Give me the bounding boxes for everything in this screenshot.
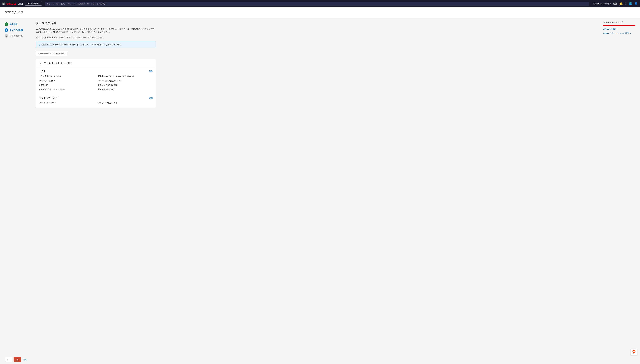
cloud-logo-text: Cloud xyxy=(18,2,23,5)
main-content: クラスタの定義 SDDCで最大6個のvSphereクラスタを定義します。クラスタ… xyxy=(36,21,598,352)
globe-icon[interactable]: 🌐 xyxy=(629,2,632,5)
cluster-name: クラスタ1: Cluster-TEST xyxy=(44,62,72,65)
field-value-vcn: tech1-1-vcn01 xyxy=(44,102,56,104)
field-label-availability-domain: 可用性ドメイン: xyxy=(98,75,112,78)
step-sidebar: ✓ 基本情報 2 クラスタの定義 3 確認および作成 xyxy=(5,21,31,352)
host-edit-link[interactable]: 編集 xyxy=(149,70,153,72)
field-esxi-prefix: ESXiホストの接頭辞: TEST xyxy=(98,80,153,82)
field-core-count: コア数: 52 xyxy=(39,84,94,86)
step-label-1[interactable]: 基本情報 xyxy=(10,23,17,26)
field-value-capacity-reservation: 使用不可 xyxy=(107,88,114,90)
search-container xyxy=(45,2,589,6)
help-panel-title: Oracle Cloudヘルプ xyxy=(603,21,635,26)
add-workload-cluster-button[interactable]: ワークロード・クラスタの追加 xyxy=(36,51,68,56)
step-item-3: 3 確認および作成 xyxy=(5,33,31,39)
section-title: クラスタの定義 xyxy=(36,21,598,25)
page-body: ✓ 基本情報 2 クラスタの定義 3 確認および作成 クラスタの定義 SDDCで… xyxy=(0,18,640,355)
step-item-2[interactable]: 2 クラスタの定義 xyxy=(5,27,31,33)
field-availability-domain: 可用性ドメイン: CYkP:AP-TOKYO-1-AD-1 xyxy=(98,75,153,78)
region-selector[interactable]: Japan East (Tokyo) ∨ xyxy=(593,3,611,5)
cloud-classic-button[interactable]: Cloud Classic › xyxy=(25,2,42,6)
field-label-capacity-reservation: 容量予約: xyxy=(98,88,107,90)
external-link-icon-1: ↗ xyxy=(617,28,618,30)
field-label-capacity-type: 容量タイプ: xyxy=(39,88,50,90)
field-nat-gateway: NATゲートウェイ: NO xyxy=(98,102,153,104)
field-esxi-count: ESXiホストの数: 1 xyxy=(39,80,94,82)
field-value-core-count: 52 xyxy=(46,84,48,86)
banner-text: 管理クラスタで単一ホストSDDCが選択されているため、これ以上クラスタを定義でき… xyxy=(41,43,123,46)
field-vcn: VCN: tech1-1-vcn01 xyxy=(39,102,94,104)
step-circle-3: 3 xyxy=(5,34,8,38)
field-cluster-name: クラスタ名: Cluster-TEST xyxy=(39,75,94,78)
field-capacity-type: 容量タイプ: オンデマンド容量 xyxy=(39,88,94,91)
field-label-esxi-count: ESXiホストの数: xyxy=(39,80,54,82)
help-link-vmware-overview-label: VMwareの概要 xyxy=(603,28,616,30)
prev-button[interactable]: 前 xyxy=(5,357,12,362)
host-section-title: ホスト xyxy=(39,70,46,73)
network-section-header: ネットワーキング 編集 xyxy=(39,96,153,100)
field-value-protection-instance: 無効 xyxy=(114,84,118,86)
oracle-cloud-logo: ORACLE Cloud xyxy=(7,2,23,5)
host-fields-grid: クラスタ名: Cluster-TEST 可用性ドメイン: CYkP:AP-TOK… xyxy=(39,75,153,91)
cancel-link[interactable]: 取消 xyxy=(23,358,27,361)
floating-help-dots: ⠿ xyxy=(633,353,634,354)
page-title: SDDCの作成 xyxy=(5,10,635,15)
region-dropdown-icon: ∨ xyxy=(609,3,611,5)
network-section: ネットワーキング 編集 VCN: tech1-1-vcn01 NATゲートウェイ… xyxy=(36,94,156,107)
field-value-esxi-prefix: TEST xyxy=(117,80,122,82)
banner-text-post: が選択されているため、これ以上クラスタを定義できません。 xyxy=(69,44,123,46)
field-value-esxi-count: 1 xyxy=(54,80,55,82)
field-label-esxi-prefix: ESXiホストの接頭辞: xyxy=(98,80,117,82)
help-link-vmware-solution[interactable]: VMwareソリューションの設定 ↗ xyxy=(603,32,635,34)
field-label-nat-gateway: NATゲートウェイ: xyxy=(98,102,114,104)
user-avatar[interactable]: 👤 xyxy=(634,2,638,5)
banner-text-bold: 単一ホストSDDC xyxy=(55,44,69,46)
bell-icon[interactable]: 🔔 xyxy=(619,2,623,5)
hamburger-menu-icon[interactable]: ☰ xyxy=(2,2,5,5)
field-label-cluster-name: クラスタ名: xyxy=(39,75,50,78)
navbar-right: Japan East (Tokyo) ∨ ⌨ 🔔 ? 🌐 👤 xyxy=(593,2,638,5)
step-circle-2: 2 xyxy=(5,28,8,32)
field-label-protection-instance: 保護インスタンス: xyxy=(98,84,114,86)
cloud-classic-label: Cloud Classic xyxy=(27,3,39,5)
external-link-icon-2: ↗ xyxy=(630,32,631,34)
field-value-availability-domain: CYkP:AP-TOKYO-1-AD-1 xyxy=(112,75,134,78)
field-value-cluster-name: Cluster-TEST xyxy=(50,75,61,78)
description-2: 各クラスタのESXiホスト、データストアおよびネットワーク構成を指定します。 xyxy=(36,36,156,39)
field-label-core-count: コア数: xyxy=(39,84,46,86)
cluster-card-header: ∨ クラスタ1: Cluster-TEST xyxy=(36,59,156,67)
footer: 前 次 取消 xyxy=(0,355,640,364)
collapse-icon[interactable]: ∨ xyxy=(39,62,42,65)
help-panel: Oracle Cloudヘルプ VMwareの概要 ↗ VMwareソリューショ… xyxy=(603,21,635,352)
step-label-3: 確認および作成 xyxy=(10,34,23,37)
navbar: ☰ ORACLE Cloud Cloud Classic › Japan Eas… xyxy=(0,0,640,7)
host-section: ホスト 編集 クラスタ名: Cluster-TEST 可用性ドメイン: CYkP… xyxy=(36,67,156,94)
info-banner: ℹ 管理クラスタで単一ホストSDDCが選択されているため、これ以上クラスタを定義… xyxy=(36,41,156,48)
step-item-1[interactable]: ✓ 基本情報 xyxy=(5,21,31,27)
search-input[interactable] xyxy=(45,2,589,6)
network-fields-grid: VCN: tech1-1-vcn01 NATゲートウェイ: NO xyxy=(39,102,153,104)
help-link-vmware-solution-label: VMwareソリューションの設定 xyxy=(603,32,629,34)
host-section-header: ホスト 編集 xyxy=(39,70,153,73)
cloud-classic-arrow-icon: › xyxy=(39,3,40,5)
floating-help-icon: 🛟 xyxy=(632,350,636,353)
field-value-nat-gateway: NO xyxy=(114,102,117,104)
field-value-capacity-type: オンデマンド容量 xyxy=(50,88,65,90)
help-link-vmware-overview[interactable]: VMwareの概要 ↗ xyxy=(603,28,635,30)
cluster-card: ∨ クラスタ1: Cluster-TEST ホスト 編集 クラスタ名: Clus… xyxy=(36,59,156,108)
network-edit-link[interactable]: 編集 xyxy=(149,96,153,99)
page-title-bar: SDDCの作成 xyxy=(0,7,640,18)
description-1: SDDCで最大6個のvSphereクラスタを定義します。クラスタを使用してワーク… xyxy=(36,28,156,34)
floating-help-button[interactable]: 🛟 ⠿ xyxy=(630,349,637,355)
next-button[interactable]: 次 xyxy=(14,357,21,362)
oracle-logo-text: ORACLE xyxy=(7,2,17,5)
step-circle-1: ✓ xyxy=(5,22,8,26)
field-protection-instance: 保護インスタンス: 無効 xyxy=(98,84,153,86)
banner-text-pre: 管理クラスタで xyxy=(41,44,55,46)
terminal-icon[interactable]: ⌨ xyxy=(613,2,617,5)
field-label-vcn: VCN: xyxy=(39,102,44,104)
help-icon[interactable]: ? xyxy=(625,2,626,5)
step-label-2: クラスタの定義 xyxy=(10,29,23,31)
region-label: Japan East (Tokyo) xyxy=(593,3,609,5)
field-capacity-reservation: 容量予約: 使用不可 xyxy=(98,88,153,91)
